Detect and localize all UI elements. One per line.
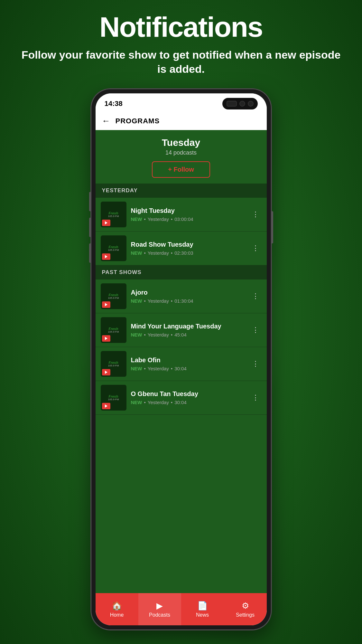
podcast-title: Road Show Tuesday [131,241,245,248]
meta-date: Yesterday [148,332,169,337]
podcast-info: Night Tuesday NEW • Yesterday • 03:00:04 [131,207,245,222]
podcast-list: Fresh105.9 FM Night Tuesday NEW • Yester… [96,198,267,593]
meta-new-badge: NEW [131,216,142,222]
phone-screen: 14:38 ← PROGRAMS Tuesday 14 podcasts + F… [96,93,267,625]
podcast-meta: NEW • Yesterday • 45:04 [131,332,245,337]
podcast-info: Labe Ofin NEW • Yesterday • 30:04 [131,356,245,371]
yesterday-section-header: YESTERDAY [96,184,267,198]
back-button[interactable]: ← [102,116,110,126]
list-item[interactable]: Fresh105.9 FM Night Tuesday NEW • Yester… [96,198,267,232]
phone-frame: 14:38 ← PROGRAMS Tuesday 14 podcasts + F… [91,89,271,630]
play-button-overlay[interactable] [102,369,110,375]
nav-item-podcasts[interactable]: ▶ Podcasts [138,593,181,625]
camera-sensor [227,101,237,107]
play-icon [105,221,107,224]
meta-separator: • [144,250,146,256]
meta-separator: • [144,298,146,304]
podcast-info: O Gbenu Tan Tuesday NEW • Yesterday • 30… [131,390,245,405]
play-icon [105,404,107,408]
meta-new-badge: NEW [131,298,142,304]
meta-duration: 01:30:04 [174,298,193,304]
more-options-button[interactable]: ⋮ [249,242,262,255]
nav-item-home[interactable]: 🏠 Home [96,593,138,625]
top-nav: ← PROGRAMS [96,112,267,130]
podcast-meta: NEW • Yesterday • 01:30:04 [131,298,245,304]
podcast-info: Ajoro NEW • Yesterday • 01:30:04 [131,289,245,304]
podcast-thumbnail: Fresh105.9 FM [101,385,126,411]
meta-separator-2: • [171,366,172,371]
main-content: Tuesday 14 podcasts + Follow YESTERDAY F… [96,130,267,593]
nav-item-settings[interactable]: ⚙ Settings [224,593,267,625]
meta-date: Yesterday [148,298,169,304]
meta-new-badge: NEW [131,250,142,256]
nav-label-news: News [196,612,209,618]
camera-lens [239,101,245,107]
nav-label-settings: Settings [236,612,255,618]
status-bar: 14:38 [96,93,267,112]
podcast-thumbnail: Fresh105.9 FM [101,202,126,227]
play-icon [105,255,107,258]
play-icon [105,303,107,306]
play-button-overlay[interactable] [102,335,110,342]
meta-duration: 45:04 [174,332,187,337]
nav-title: PROGRAMS [116,117,160,125]
meta-separator-2: • [171,216,172,222]
bottom-nav: 🏠 Home ▶ Podcasts 📄 News ⚙ Settings [96,593,267,625]
meta-date: Yesterday [148,250,169,256]
list-item[interactable]: Fresh105.9 FM Ajoro NEW • Yesterday • 01… [96,279,267,313]
news-icon: 📄 [197,601,208,611]
more-options-button[interactable]: ⋮ [249,208,262,221]
podcast-meta: NEW • Yesterday • 30:04 [131,400,245,405]
play-icon [105,371,107,374]
camera-notch [222,98,258,109]
play-button-overlay[interactable] [102,403,110,409]
meta-separator: • [144,366,146,371]
podcast-meta: NEW • Yesterday • 02:30:03 [131,250,245,256]
play-button-overlay[interactable] [102,301,110,308]
meta-separator-2: • [171,250,172,256]
meta-separator-2: • [171,298,172,304]
follow-button[interactable]: + Follow [152,161,210,178]
podcast-thumbnail: Fresh105.9 FM [101,235,126,261]
meta-new-badge: NEW [131,366,142,371]
meta-separator: • [144,332,146,337]
meta-separator: • [144,216,146,222]
podcasts-icon: ▶ [156,601,163,611]
podcast-thumbnail: Fresh105.9 FM [101,283,126,309]
meta-separator-2: • [171,400,172,405]
nav-item-news[interactable]: 📄 News [181,593,224,625]
day-title: Tuesday [102,137,260,148]
list-item[interactable]: Fresh105.9 FM Road Show Tuesday NEW • Ye… [96,232,267,265]
day-header: Tuesday 14 podcasts + Follow [96,130,267,184]
meta-date: Yesterday [148,216,169,222]
past-shows-section-header: PAST SHOWS [96,265,267,279]
podcast-title: Ajoro [131,289,245,296]
podcast-thumbnail: Fresh105.9 FM [101,351,126,377]
meta-duration: 02:30:03 [174,250,193,256]
podcast-info: Mind Your Language Tuesday NEW • Yesterd… [131,323,245,337]
thumb-logo-text: Fresh105.9 FM [108,394,119,401]
nav-label-home: Home [110,612,124,618]
play-button-overlay[interactable] [102,220,110,226]
meta-separator: • [144,400,146,405]
more-options-button[interactable]: ⋮ [249,391,262,404]
podcast-meta: NEW • Yesterday • 30:04 [131,366,245,371]
list-item[interactable]: Fresh105.9 FM Mind Your Language Tuesday… [96,313,267,347]
thumb-logo-text: Fresh105.9 FM [108,327,119,334]
meta-duration: 30:04 [174,400,187,405]
more-options-button[interactable]: ⋮ [249,323,262,337]
meta-new-badge: NEW [131,332,142,337]
list-item[interactable]: Fresh105.9 FM O Gbenu Tan Tuesday NEW • … [96,381,267,415]
play-button-overlay[interactable] [102,253,110,260]
podcast-count: 14 podcasts [102,149,260,156]
thumb-logo-text: Fresh105.9 FM [108,245,119,252]
meta-date: Yesterday [148,366,169,371]
meta-duration: 03:00:04 [174,216,193,222]
thumb-logo-text: Fresh105.9 FM [108,361,119,367]
settings-icon: ⚙ [242,601,249,611]
more-options-button[interactable]: ⋮ [249,357,262,371]
list-item[interactable]: Fresh105.9 FM Labe Ofin NEW • Yesterday … [96,347,267,381]
camera-lens-2 [248,101,254,107]
more-options-button[interactable]: ⋮ [249,289,262,303]
podcast-title: Labe Ofin [131,356,245,364]
